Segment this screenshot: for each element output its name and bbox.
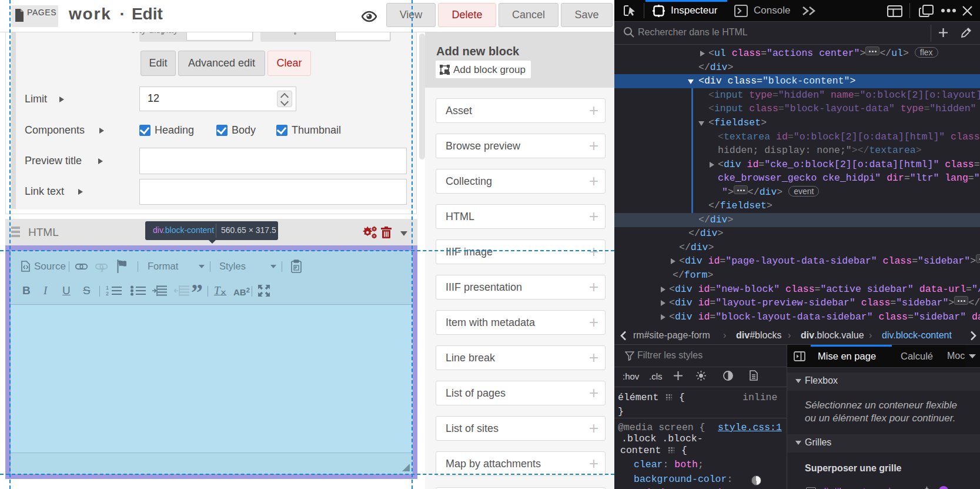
- svg-text:2: 2: [106, 291, 109, 296]
- svg-text:1: 1: [106, 285, 109, 291]
